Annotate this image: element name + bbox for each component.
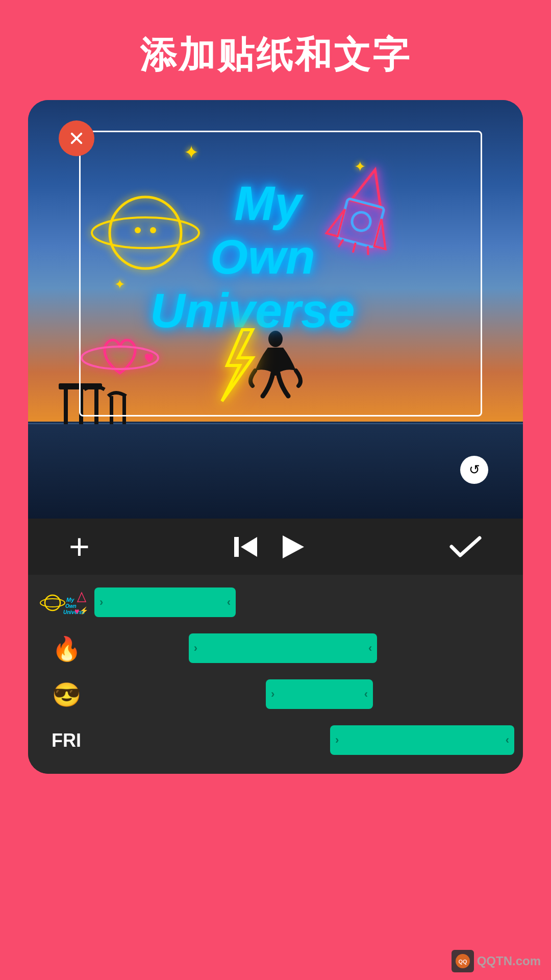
svg-text:✦: ✦ (114, 277, 126, 292)
svg-marker-26 (222, 330, 253, 401)
add-button[interactable]: + (69, 529, 90, 565)
svg-marker-29 (283, 535, 304, 558)
timeline-row: 🔥 › ‹ (28, 626, 523, 672)
video-area: ↺ ✦ ✦ ✦ My Own Universe (28, 100, 523, 519)
svg-point-19 (350, 210, 372, 233)
svg-point-11 (92, 217, 199, 248)
confirm-button[interactable] (449, 534, 482, 559)
svg-rect-27 (234, 537, 239, 557)
play-button[interactable] (280, 533, 307, 561)
svg-line-23 (353, 242, 356, 252)
universe-sticker-mini: My Own Universe ♥ ⚡ (40, 587, 91, 618)
track-area-1: › ‹ (94, 587, 523, 618)
controls-bar: + (28, 519, 523, 575)
qqtn-logo-icon: QQ (455, 953, 471, 969)
water-area (28, 422, 523, 519)
svg-point-10 (110, 197, 181, 268)
track-area-2: › ‹ (94, 633, 523, 664)
close-button[interactable] (59, 120, 94, 156)
timeline-block-3[interactable]: › ‹ (266, 679, 373, 709)
svg-point-30 (45, 595, 60, 610)
svg-point-31 (40, 599, 65, 607)
fri-label: FRI (52, 730, 81, 751)
svg-text:QQ: QQ (458, 959, 467, 965)
timeline-container: My Own Universe ♥ ⚡ › ‹ 🔥 (28, 575, 523, 774)
fri-text-thumb: FRI (28, 722, 94, 760)
watermark-logo: QQ (452, 950, 474, 972)
skip-back-icon (232, 533, 260, 561)
sticker-universe-thumb: My Own Universe ♥ ⚡ (28, 584, 94, 622)
rotate-handle[interactable]: ↺ (460, 456, 488, 484)
svg-text:♥: ♥ (74, 607, 80, 616)
svg-marker-35 (78, 593, 86, 602)
neon-sticker-overlay: ✦ ✦ ✦ My Own Universe (74, 131, 441, 422)
timeline-row: My Own Universe ♥ ⚡ › ‹ (28, 580, 523, 626)
svg-rect-1 (64, 388, 68, 424)
fire-emoji-thumb: 🔥 (28, 630, 94, 668)
svg-line-22 (339, 239, 343, 248)
watermark: QQ QQTN.com (452, 950, 541, 972)
svg-point-13 (150, 227, 156, 233)
svg-text:My: My (66, 597, 74, 603)
svg-point-12 (135, 227, 141, 233)
svg-text:✦: ✦ (184, 142, 199, 163)
page-title: 添加贴纸和文字 (20, 31, 531, 80)
timeline-block-4[interactable]: › ‹ (330, 725, 514, 755)
svg-text:✦: ✦ (354, 159, 366, 175)
svg-marker-21 (374, 219, 392, 249)
svg-marker-20 (327, 206, 345, 236)
timeline-row: 😎 › ‹ (28, 672, 523, 718)
svg-text:Own: Own (210, 230, 315, 284)
main-card: ↺ ✦ ✦ ✦ My Own Universe (28, 100, 523, 774)
svg-marker-28 (241, 537, 257, 557)
check-icon (449, 534, 482, 559)
watermark-text: QQTN.com (477, 954, 541, 968)
track-area-3: › ‹ (94, 679, 523, 710)
timeline-block-1[interactable]: › ‹ (94, 587, 236, 617)
track-area-4: › ‹ (94, 725, 523, 756)
play-icon (280, 533, 307, 561)
timeline-row: FRI › ‹ (28, 718, 523, 764)
svg-text:My: My (234, 176, 304, 230)
skip-back-button[interactable] (232, 533, 260, 561)
svg-text:⚡: ⚡ (80, 606, 89, 615)
cool-emoji-thumb: 😎 (28, 676, 94, 714)
header: 添加贴纸和文字 (0, 0, 551, 100)
svg-rect-18 (337, 199, 384, 248)
timeline-block-2[interactable]: › ‹ (189, 633, 378, 663)
